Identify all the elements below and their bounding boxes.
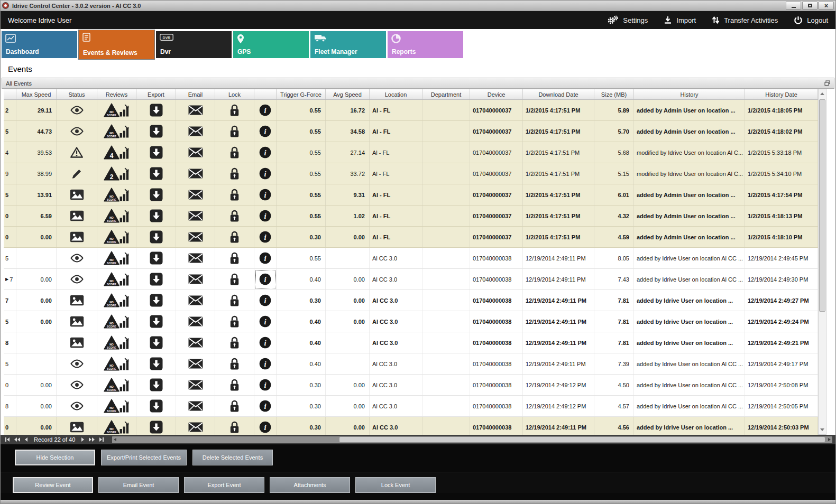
info-button[interactable]: i xyxy=(254,332,277,353)
col-header-lock[interactable]: Lock xyxy=(215,89,254,99)
lock-button[interactable] xyxy=(215,332,254,353)
table-row[interactable]: 50.00NOSCOREi0.400.00Al CC 3.00170400000… xyxy=(4,311,818,332)
hide-selection-button[interactable]: Hide Selection xyxy=(15,450,95,465)
info-button[interactable]: i xyxy=(254,417,277,435)
table-row[interactable]: 70.00NOSCOREi0.300.00Al CC 3.00170400000… xyxy=(4,290,818,311)
vertical-scroll-thumb[interactable] xyxy=(819,99,825,312)
email-button[interactable] xyxy=(176,121,215,142)
info-button[interactable]: i xyxy=(254,206,277,226)
email-button[interactable] xyxy=(176,417,215,435)
status-eye-cell[interactable] xyxy=(57,375,97,395)
info-button[interactable]: i xyxy=(254,353,277,374)
lock-button[interactable] xyxy=(215,417,254,435)
col-header-trigger_g[interactable]: Trigger G-Force xyxy=(277,89,326,99)
review-score-cell[interactable]: NOSCORE xyxy=(97,227,136,247)
lock-button[interactable] xyxy=(215,248,254,268)
table-row[interactable]: 00.00NOSCOREi0.300.00Al - FL017040000037… xyxy=(4,227,818,248)
email-button[interactable] xyxy=(176,396,215,416)
prev-page-button[interactable] xyxy=(13,437,22,442)
scroll-right-icon[interactable] xyxy=(828,438,831,441)
export-button[interactable] xyxy=(136,142,176,163)
table-row[interactable]: ▶70.00NOSCOREi0.400.00Al CC 3.0017040000… xyxy=(4,269,818,290)
col-header-export[interactable]: Export xyxy=(136,89,176,99)
export-button[interactable] xyxy=(136,375,176,395)
info-button[interactable]: i xyxy=(254,227,277,247)
col-header-device[interactable]: Device xyxy=(470,89,523,99)
review-score-cell[interactable]: NOSCORE xyxy=(97,417,136,435)
info-button[interactable]: i xyxy=(254,269,277,290)
delete-selected-events-button[interactable]: Delete Selected Events xyxy=(192,450,273,465)
col-header-size[interactable]: Size (MB) xyxy=(594,89,634,99)
export-print-selected-events-button[interactable]: Export/Print Selected Events xyxy=(101,450,187,465)
export-button[interactable] xyxy=(136,100,176,120)
status-photo-cell[interactable] xyxy=(57,290,97,311)
lock-button[interactable] xyxy=(215,396,254,416)
review-score-cell[interactable]: NOSCORE xyxy=(97,396,136,416)
tab-reports[interactable]: Reports xyxy=(388,31,463,58)
scroll-down-icon[interactable] xyxy=(819,426,825,434)
table-row[interactable]: 5NOSCOREi0.55Al CC 3.001704000003812/19/… xyxy=(4,248,818,269)
export-button[interactable] xyxy=(136,121,176,142)
info-button[interactable]: i xyxy=(254,311,277,332)
export-button[interactable] xyxy=(136,396,176,416)
col-header-email[interactable]: Email xyxy=(176,89,215,99)
col-header-avg_speed[interactable]: Avg Speed xyxy=(326,89,370,99)
tab-gps[interactable]: GPS xyxy=(233,31,309,58)
info-button[interactable]: i xyxy=(254,290,277,311)
maximize-button[interactable] xyxy=(802,2,817,10)
export-button[interactable] xyxy=(136,353,176,374)
export-button[interactable] xyxy=(136,206,176,226)
email-button[interactable] xyxy=(176,353,215,374)
email-button[interactable] xyxy=(176,184,215,205)
status-eye-cell[interactable] xyxy=(57,353,97,374)
export-button[interactable] xyxy=(136,290,176,311)
status-eye-cell[interactable] xyxy=(57,100,97,120)
col-header-id[interactable] xyxy=(4,89,16,99)
status-photo-cell[interactable] xyxy=(57,332,97,353)
export-event-button[interactable]: Export Event xyxy=(184,477,264,493)
review-score-cell[interactable]: NOSCORE xyxy=(97,353,136,374)
lock-button[interactable] xyxy=(215,142,254,163)
review-score-cell[interactable]: NOSCORE xyxy=(97,269,136,290)
status-pencil-cell[interactable] xyxy=(57,163,97,184)
review-score-cell[interactable]: NOSCORE xyxy=(97,332,136,353)
first-record-button[interactable] xyxy=(4,437,11,442)
tab-fleet-manager[interactable]: Fleet Manager xyxy=(310,31,386,58)
lock-button[interactable] xyxy=(215,184,254,205)
lock-button[interactable] xyxy=(215,311,254,332)
table-row[interactable]: 938.992i0.5533.72Al - FL0170400000371/2/… xyxy=(4,163,818,184)
lock-button[interactable] xyxy=(215,206,254,226)
scroll-up-icon[interactable] xyxy=(819,90,825,98)
export-button[interactable] xyxy=(136,163,176,184)
float-panel-icon[interactable] xyxy=(824,80,830,86)
status-photo-cell[interactable] xyxy=(57,417,97,435)
status-eye-cell[interactable] xyxy=(57,248,97,268)
transfer-activities-button[interactable]: Transfer Activities xyxy=(712,16,778,24)
lock-button[interactable] xyxy=(215,100,254,120)
email-button[interactable] xyxy=(176,290,215,311)
lock-button[interactable] xyxy=(215,269,254,290)
review-score-cell[interactable]: 2 xyxy=(97,163,136,184)
review-score-cell[interactable]: NOSCORE xyxy=(97,100,136,120)
export-button[interactable] xyxy=(136,184,176,205)
import-button[interactable]: Import xyxy=(664,16,696,24)
info-button[interactable]: i xyxy=(254,100,277,120)
status-photo-cell[interactable] xyxy=(57,311,97,332)
status-eye-cell[interactable] xyxy=(57,269,97,290)
email-event-button[interactable]: Email Event xyxy=(98,477,179,493)
table-row[interactable]: 229.11NOSCOREi0.5516.72Al - FL0170400000… xyxy=(4,100,818,121)
minimize-button[interactable] xyxy=(786,2,801,10)
info-button[interactable]: i xyxy=(254,248,277,268)
horizontal-scroll-thumb[interactable] xyxy=(339,437,825,442)
email-button[interactable] xyxy=(176,206,215,226)
settings-button[interactable]: Settings xyxy=(607,15,648,25)
tab-events-reviews[interactable]: Events & Reviews xyxy=(79,30,154,59)
horizontal-scrollbar[interactable] xyxy=(112,436,832,443)
info-button[interactable]: i xyxy=(254,121,277,142)
lock-button[interactable] xyxy=(215,375,254,395)
lock-button[interactable] xyxy=(215,353,254,374)
email-button[interactable] xyxy=(176,163,215,184)
review-score-cell[interactable]: NOSCORE xyxy=(97,121,136,142)
export-button[interactable] xyxy=(136,417,176,435)
review-score-cell[interactable]: NOSCORE xyxy=(97,290,136,311)
